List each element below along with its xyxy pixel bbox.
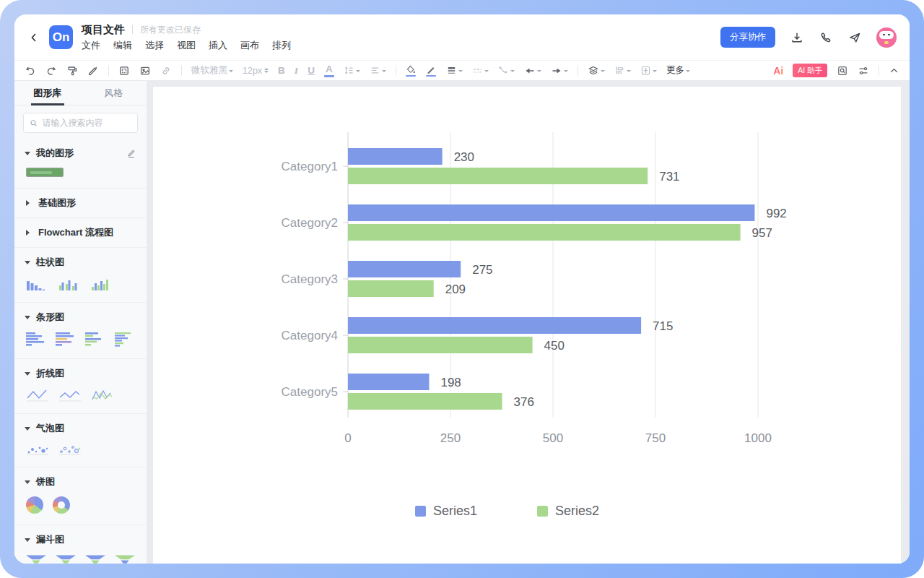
- underline-button[interactable]: U: [308, 65, 315, 76]
- section-header-funnel-charts[interactable]: 漏斗图: [14, 525, 147, 553]
- section-label: 折线图: [36, 367, 64, 380]
- section-header-bubble-charts[interactable]: 气泡图: [14, 414, 147, 441]
- bold-button[interactable]: B: [278, 65, 285, 76]
- section-header-my-shapes[interactable]: 我的图形: [14, 139, 147, 166]
- layers-icon[interactable]: [588, 65, 605, 76]
- bar-chart-thumbnail[interactable]: [56, 332, 76, 348]
- search-input[interactable]: [42, 118, 131, 128]
- column-chart-thumbnail[interactable]: [26, 277, 49, 291]
- bar-chart-thumbnail[interactable]: [85, 332, 105, 348]
- line-chart-thumbnail[interactable]: [58, 388, 82, 402]
- menu-view[interactable]: 视图: [177, 39, 196, 52]
- more-button[interactable]: 更多: [666, 64, 690, 77]
- bar-series2-category3[interactable]: [348, 280, 434, 297]
- magic-pen-icon[interactable]: [87, 65, 99, 77]
- ai-assistant-badge[interactable]: AI 助手: [793, 64, 827, 77]
- section-header-pie-charts[interactable]: 饼图: [14, 467, 147, 495]
- grouped-column-chart-thumbnail[interactable]: [58, 277, 82, 291]
- bar-series1-category1[interactable]: [348, 148, 443, 165]
- app-window: On 项目文件 所有更改已保存 文件 编辑 选择 视图 插入 画布 排列 分享协…: [14, 14, 910, 564]
- arrow-end-icon[interactable]: [551, 66, 568, 76]
- italic-button[interactable]: I: [295, 65, 298, 77]
- section-header-flowchart[interactable]: Flowchart 流程图: [14, 218, 147, 246]
- back-button[interactable]: [25, 28, 43, 47]
- line-height-icon[interactable]: [344, 65, 360, 76]
- format-painter-icon[interactable]: [66, 65, 78, 77]
- bar-series1-category4[interactable]: [348, 317, 641, 334]
- funnel-chart-thumbnail[interactable]: [26, 554, 46, 564]
- menu-file[interactable]: 文件: [82, 39, 100, 52]
- canvas-page[interactable]: 02505007501000Category1230731Category299…: [153, 87, 901, 564]
- stroke-color-button[interactable]: [426, 64, 437, 77]
- funnel-chart-thumbnail[interactable]: [56, 554, 76, 564]
- text-align-icon[interactable]: [370, 65, 386, 76]
- arrow-start-icon[interactable]: [524, 66, 541, 76]
- share-collab-button[interactable]: 分享协作: [720, 27, 775, 48]
- bubble-chart-thumbnail[interactable]: [26, 443, 49, 456]
- bar-series1-category2[interactable]: [348, 204, 754, 221]
- fill-color-button[interactable]: [406, 64, 417, 77]
- send-icon[interactable]: [847, 30, 862, 45]
- shape-search[interactable]: [23, 113, 138, 133]
- menu-select[interactable]: 选择: [145, 39, 164, 52]
- value-label: 992: [766, 207, 786, 220]
- funnel-chart-thumbnail[interactable]: [85, 554, 105, 564]
- undo-icon[interactable]: [25, 65, 36, 77]
- chevron-down-icon: [25, 316, 30, 322]
- frame-icon[interactable]: [118, 65, 130, 77]
- section-header-line-charts[interactable]: 折线图: [14, 359, 147, 387]
- find-icon[interactable]: [837, 65, 848, 77]
- menu-arrange[interactable]: 排列: [272, 39, 291, 52]
- section-header-column-charts[interactable]: 柱状图: [14, 248, 147, 275]
- font-color-button[interactable]: A: [324, 64, 334, 77]
- line-style-icon[interactable]: [472, 65, 489, 76]
- funnel-chart-thumbnail[interactable]: [115, 554, 135, 564]
- section-header-basic-shapes[interactable]: 基础图形: [14, 189, 147, 216]
- distribute-icon[interactable]: [614, 65, 631, 76]
- drawing-canvas[interactable]: 02505007501000Category1230731Category299…: [147, 81, 910, 564]
- bar-series1-category5[interactable]: [348, 374, 429, 390]
- x-tick-label: 500: [543, 431, 563, 445]
- sidebar-section-line-charts: 折线图: [14, 359, 147, 412]
- chart[interactable]: 02505007501000Category1230731Category299…: [153, 87, 901, 564]
- avatar[interactable]: [876, 27, 897, 48]
- toolbar-divider: [879, 65, 879, 76]
- redo-icon[interactable]: [45, 65, 57, 77]
- menu-insert[interactable]: 插入: [209, 39, 227, 52]
- bar-series2-category5[interactable]: [348, 393, 502, 410]
- bar-series1-category3[interactable]: [348, 261, 461, 277]
- donut-chart-thumbnail[interactable]: [53, 496, 70, 514]
- bubble-chart-thumbnail[interactable]: [58, 443, 82, 456]
- bar-series2-category2[interactable]: [348, 224, 741, 241]
- phone-icon[interactable]: [819, 30, 833, 45]
- bar-series2-category4[interactable]: [348, 337, 533, 353]
- app-logo[interactable]: On: [49, 25, 73, 49]
- section-label: Flowchart 流程图: [38, 226, 113, 239]
- font-size-stepper[interactable]: 12px: [243, 66, 269, 76]
- multi-line-chart-thumbnail[interactable]: [91, 388, 114, 402]
- tab-shape-library[interactable]: 图形库: [14, 81, 81, 105]
- sidebar-section-pie-charts: 饼图: [14, 467, 147, 523]
- line-chart-thumbnail[interactable]: [26, 388, 49, 402]
- section-header-bar-charts[interactable]: 条形图: [14, 303, 147, 330]
- connector-icon[interactable]: [498, 65, 515, 76]
- fit-canvas-icon[interactable]: [640, 65, 657, 76]
- line-width-icon[interactable]: [446, 65, 463, 76]
- font-family-select[interactable]: 微软雅黑: [191, 64, 233, 77]
- mixed-column-chart-thumbnail[interactable]: [91, 277, 114, 291]
- bar-chart-thumbnail[interactable]: [26, 332, 46, 348]
- collapse-toolbar-icon[interactable]: [889, 65, 899, 76]
- bar-chart-thumbnail[interactable]: [115, 332, 135, 348]
- edit-icon[interactable]: [126, 148, 136, 158]
- link-icon[interactable]: [160, 65, 172, 77]
- custom-shape-thumbnail[interactable]: [26, 168, 64, 177]
- bar-series2-category1[interactable]: [348, 168, 648, 184]
- adjust-icon[interactable]: [858, 65, 869, 77]
- menu-edit[interactable]: 编辑: [113, 39, 132, 52]
- menu-canvas[interactable]: 画布: [240, 39, 259, 52]
- pie-chart-thumbnail[interactable]: [26, 496, 43, 514]
- ai-logo[interactable]: Ai: [773, 65, 783, 77]
- image-icon[interactable]: [139, 65, 151, 77]
- tab-style[interactable]: 风格: [81, 81, 147, 105]
- download-icon[interactable]: [790, 30, 804, 45]
